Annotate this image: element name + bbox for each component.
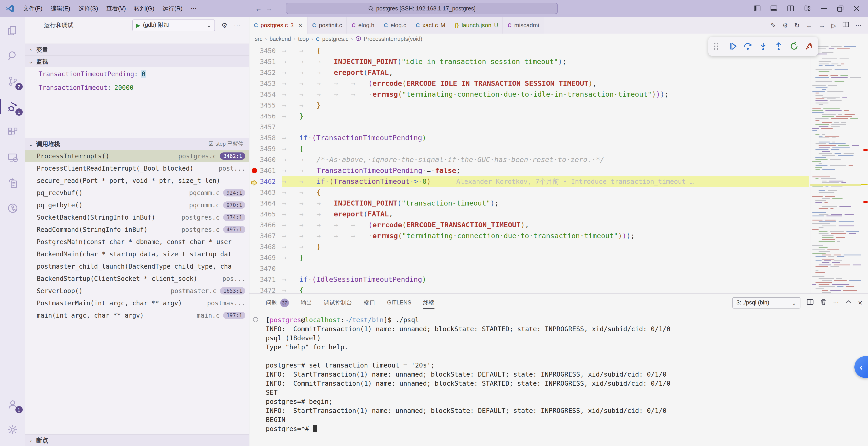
breadcrumb-item[interactable]: tcop — [298, 36, 309, 42]
gutter-glyph[interactable] — [249, 263, 259, 274]
minimap[interactable] — [810, 44, 861, 293]
code-line[interactable]: 3463→→{ — [249, 187, 809, 198]
gutter-glyph[interactable] — [249, 122, 259, 132]
panel-more-actions-icon[interactable]: ··· — [833, 299, 839, 306]
split-terminal-icon[interactable] — [807, 299, 813, 307]
breakpoints-section-header[interactable]: › 断点 — [25, 434, 249, 446]
start-debug-icon[interactable]: ▶ — [136, 22, 140, 28]
editor-tab-elog.h[interactable]: Celog.h — [347, 17, 379, 34]
more-actions-icon[interactable]: ⋯ — [855, 22, 862, 29]
line-number[interactable]: 3462 — [259, 176, 276, 187]
overview-ruler[interactable] — [861, 44, 868, 293]
editor-tab-miscadmi[interactable]: Cmiscadmi — [503, 17, 544, 34]
back-icon[interactable]: ← — [806, 22, 812, 29]
line-number[interactable]: 3455 — [259, 100, 276, 111]
menu-item[interactable]: 选择(S) — [74, 2, 102, 14]
line-number[interactable]: 3467 — [259, 231, 276, 241]
activity-bar-item-gitlens-inspect[interactable] — [2, 172, 23, 194]
callstack-frame[interactable]: SocketBackend(StringInfo inBuf)postgres.… — [25, 211, 249, 223]
callstack-frame[interactable]: ProcessInterrupts()postgres.c3462:1 — [25, 150, 249, 162]
gutter-glyph[interactable] — [249, 89, 259, 100]
gutter-glyph[interactable] — [249, 100, 259, 111]
gutter-glyph[interactable] — [249, 143, 259, 154]
breadcrumb-item[interactable]: ProcessInterrupts(void) — [364, 36, 422, 42]
line-number[interactable]: 3468 — [259, 241, 276, 252]
code-line[interactable]: 3451→→→INJECTION_POINT("idle-in-transact… — [249, 56, 809, 67]
watch-item[interactable]: TransactionTimeout:20000 — [25, 81, 249, 94]
callstack-frame[interactable]: pq_getbyte()pqcomm.c970:1 — [25, 199, 249, 211]
callstack-frame[interactable]: PostgresMain(const char * dbname, const … — [25, 236, 249, 248]
restore-icon[interactable] — [837, 5, 843, 11]
line-number[interactable]: 3463 — [259, 187, 276, 198]
line-number[interactable]: 3458 — [259, 132, 276, 143]
line-number[interactable]: 3453 — [259, 78, 276, 89]
watch-item[interactable]: TransactionTimeoutPending:0 — [25, 67, 249, 81]
code-line[interactable]: 3459→{ — [249, 143, 809, 154]
breadcrumb-item[interactable]: backend — [270, 36, 291, 42]
gutter-glyph[interactable] — [249, 198, 259, 209]
code-line[interactable]: 3456→} — [249, 111, 809, 122]
menu-item[interactable]: 编辑(E) — [46, 2, 74, 14]
panel-tab-端口[interactable]: 端口 — [364, 294, 375, 312]
split-editor-icon[interactable] — [843, 21, 849, 29]
code-line[interactable]: 3469→} — [249, 252, 809, 263]
callstack-frame[interactable]: ProcessClientReadInterrupt(_Bool blocked… — [25, 162, 249, 174]
debug-gear-icon[interactable]: ⚙ — [221, 21, 227, 29]
callstack-section-header[interactable]: ⌄ 调用堆栈 因 step 已暂停 — [25, 138, 249, 150]
nav-back-button[interactable]: ← — [255, 4, 262, 12]
menu-item[interactable]: ··· — [187, 2, 201, 14]
callstack-frame[interactable]: main(int argc, char ** argv)main.c197:1 — [25, 309, 249, 321]
line-number[interactable]: 3464 — [259, 198, 276, 209]
toggle-panel-icon[interactable] — [771, 5, 777, 12]
code-editor[interactable]: 3450→→{3451→→→INJECTION_POINT("idle-in-t… — [249, 44, 868, 293]
gutter-glyph[interactable] — [249, 187, 259, 198]
gutter-glyph[interactable] — [249, 209, 259, 219]
callstack-frame[interactable]: ServerLoop()postmaster.c1653:1 — [25, 285, 249, 297]
menu-item[interactable]: 查看(V) — [102, 2, 130, 14]
code-line[interactable]: 3466→→→→→(errcode(ERRCODE_TRANSACTION_TI… — [249, 219, 809, 231]
debug-continue-button[interactable] — [726, 40, 739, 53]
callstack-frame[interactable]: PostmasterMain(int argc, char ** argv)po… — [25, 297, 249, 309]
activity-bar-item-accounts[interactable]: 1 — [2, 393, 23, 415]
panel-tab-终端[interactable]: 终端 — [423, 294, 434, 312]
gutter-glyph[interactable] — [249, 78, 259, 89]
code-line[interactable]: 3468→→} — [249, 241, 809, 252]
activity-bar-item-explorer[interactable] — [2, 20, 23, 41]
customize-layout-icon[interactable] — [804, 5, 811, 12]
panel-tab-输出[interactable]: 输出 — [301, 294, 312, 312]
gutter-glyph[interactable] — [249, 111, 259, 122]
forward-icon[interactable]: → — [818, 22, 825, 29]
editor-tab-postgres.c[interactable]: Cpostgres.c3✕ — [249, 17, 308, 34]
command-center-search[interactable]: postgres [SSH: 192.168.1.17_postgres] — [286, 3, 558, 14]
panel-tab-问题[interactable]: 问题37 — [266, 294, 289, 312]
callstack-frame[interactable]: postmaster_child_launch(BackendType chil… — [25, 260, 249, 272]
run-icon[interactable]: ▷ — [831, 22, 836, 29]
activity-bar-item-source-control[interactable]: 7 — [2, 70, 23, 92]
gutter-glyph[interactable] — [249, 241, 259, 252]
line-number[interactable]: 3471 — [259, 274, 276, 285]
gutter-glyph[interactable] — [249, 132, 259, 143]
menu-item[interactable]: 运行(R) — [158, 2, 187, 14]
code-line[interactable]: 3461→→TransactionTimeoutPending·=·false; — [249, 165, 809, 176]
code-line[interactable]: 3455→→} — [249, 100, 809, 111]
breadcrumb-item[interactable]: src — [255, 36, 262, 42]
callstack-frame[interactable]: BackendMain(char * startup_data, size_t … — [25, 248, 249, 260]
code-line[interactable]: 3464→→→INJECTION_POINT("transaction-time… — [249, 198, 809, 209]
sidebar-more-actions-icon[interactable]: ··· — [234, 21, 241, 29]
code-line[interactable]: 3471→if·(IdleSessionTimeoutPending) — [249, 274, 809, 285]
history-icon[interactable]: ↻ — [794, 22, 800, 29]
activity-bar-item-search[interactable] — [2, 45, 23, 67]
command-decoration-icon[interactable] — [253, 317, 258, 322]
variables-section-header[interactable]: › 变量 — [25, 43, 249, 55]
toggle-primary-sidebar-icon[interactable] — [754, 5, 761, 12]
callstack-frame[interactable]: secure_read(Port * port, void * ptr, siz… — [25, 174, 249, 186]
close-icon[interactable] — [854, 5, 860, 11]
gutter-glyph[interactable] — [249, 231, 259, 241]
gutter-glyph[interactable] — [249, 252, 259, 263]
code-line[interactable]: 3465→→→ereport(FATAL, — [249, 209, 809, 219]
menu-item[interactable]: 转到(G) — [130, 2, 158, 14]
launch-config-dropdown[interactable]: ▶ (gdb) 附加 ⌄ — [132, 19, 215, 31]
kill-terminal-trash-icon[interactable] — [820, 299, 827, 307]
line-number[interactable]: 3465 — [259, 209, 276, 219]
breakpoint-glyph[interactable] — [249, 165, 259, 176]
